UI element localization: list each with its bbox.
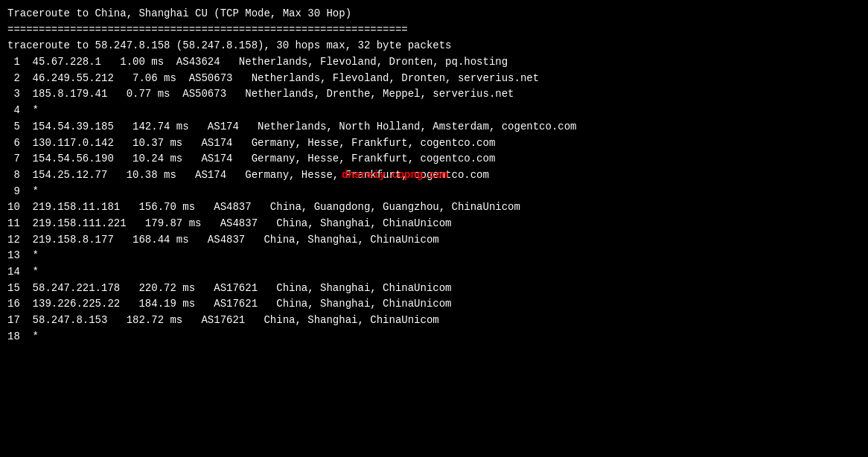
terminal-line-hop6: 6 130.117.0.142 10.37 ms AS174 Germany, … <box>7 135 861 152</box>
terminal-line-hop9: 9 * <box>7 184 861 200</box>
hop8-overlay-text: dnsreiy.copng.com <box>342 167 448 184</box>
terminal-line-hop4: 4 * <box>7 103 861 119</box>
terminal-output: 1 45.67.228.1 1.00 ms AS43624 Netherland… <box>7 54 861 345</box>
terminal-line-hop16: 16 139.226.225.22 184.19 ms AS17621 Chin… <box>7 296 861 313</box>
terminal-line-hop7: 7 154.54.56.190 10.24 ms AS174 Germany, … <box>7 151 861 167</box>
terminal-line-hop18: 18 * <box>7 329 861 345</box>
terminal-line-hop5: 5 154.54.39.185 142.74 ms AS174 Netherla… <box>7 119 861 135</box>
terminal-line-hop2: 2 46.249.55.212 7.06 ms AS50673 Netherla… <box>7 71 861 87</box>
terminal-line-hop11: 11 219.158.111.221 179.87 ms AS4837 Chin… <box>7 216 861 232</box>
terminal-line-hop3: 3 185.8.179.41 0.77 ms AS50673 Netherlan… <box>7 86 861 103</box>
terminal-line-hop13: 13 * <box>7 248 861 264</box>
terminal-line-hop14: 14 * <box>7 264 861 281</box>
terminal-line-hop10: 10 219.158.11.181 156.70 ms AS4837 China… <box>7 199 861 216</box>
terminal-line-hop1: 1 45.67.228.1 1.00 ms AS43624 Netherland… <box>7 54 861 71</box>
separator-line: ========================================… <box>7 22 861 39</box>
terminal-line-hop15: 15 58.247.221.178 220.72 ms AS17621 Chin… <box>7 281 861 297</box>
terminal-line-hop8: 8 154.25.12.77 10.38 ms AS174 Germany, H… <box>7 167 861 184</box>
command-line: traceroute to 58.247.8.158 (58.247.8.158… <box>7 38 861 54</box>
terminal-window: Traceroute to China, Shanghai CU (TCP Mo… <box>7 6 861 54</box>
terminal-line-hop17: 17 58.247.8.153 182.72 ms AS17621 China,… <box>7 313 861 329</box>
title-line: Traceroute to China, Shanghai CU (TCP Mo… <box>7 6 861 22</box>
terminal-line-hop12: 12 219.158.8.177 168.44 ms AS4837 China,… <box>7 232 861 249</box>
